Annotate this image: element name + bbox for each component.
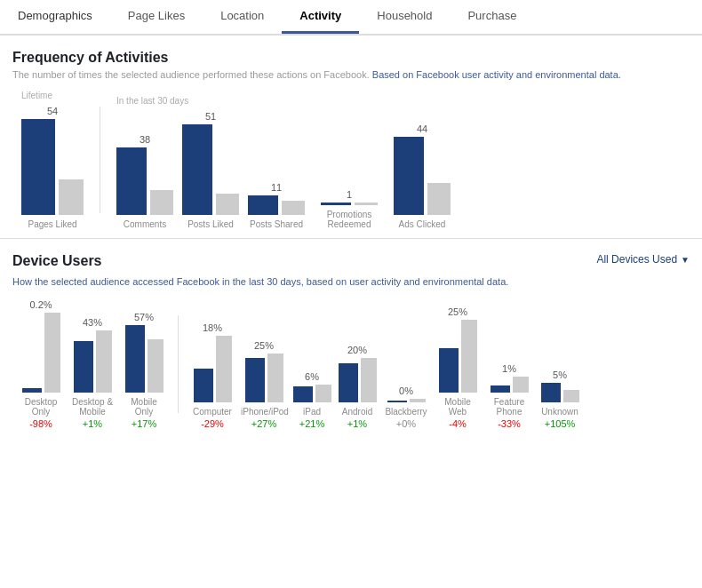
lifetime-label: Lifetime xyxy=(21,91,52,100)
device-desktop-mobile: 43% Desktop & Mobile +1% xyxy=(69,317,116,429)
freq-bar-comments: 38 Comments xyxy=(116,134,173,229)
device-filter-dropdown[interactable]: All Devices Used ▼ xyxy=(596,253,690,266)
tab-bar: Demographics Page Likes Location Activit… xyxy=(0,0,702,36)
freq-bar-ads-clicked: 44 Ads Clicked xyxy=(394,123,451,229)
chevron-down-icon: ▼ xyxy=(681,255,690,265)
frequency-title: Frequency of Activities xyxy=(12,50,690,66)
frequency-desc: The number of times the selected audienc… xyxy=(12,69,690,80)
tab-location[interactable]: Location xyxy=(203,0,282,34)
device-feature-phone: 1% Feature Phone -33% xyxy=(486,363,532,429)
freq-bar-pages-liked: 54 Pages Liked xyxy=(21,106,84,229)
device-ipad: 6% iPad +21% xyxy=(292,371,331,429)
device-unknown: 5% Unknown +105% xyxy=(538,369,582,429)
device-title: Device Users xyxy=(12,253,102,269)
device-computer: 18% Computer -29% xyxy=(189,322,235,429)
device-android: 20% Android +1% xyxy=(337,345,378,429)
frequency-section: Frequency of Activities The number of ti… xyxy=(0,36,702,239)
device-mobile-only: 57% Mobile Only +17% xyxy=(121,312,167,429)
freq-bar-posts-shared: 11 Posts Shared xyxy=(248,182,305,229)
tab-activity[interactable]: Activity xyxy=(282,0,359,34)
tab-page-likes[interactable]: Page Likes xyxy=(110,0,203,34)
tab-household[interactable]: Household xyxy=(359,0,450,34)
tab-purchase[interactable]: Purchase xyxy=(450,0,534,34)
device-header: Device Users All Devices Used ▼ xyxy=(12,253,690,273)
monthly-label: In the last 30 days xyxy=(116,96,188,106)
freq-bar-posts-liked: 51 Posts Liked xyxy=(182,111,239,229)
device-blackberry: 0% Blackberry +0% xyxy=(383,385,429,429)
device-desc: How the selected audience accessed Faceb… xyxy=(12,276,690,287)
device-desktop-only: 0.2% Desktop Only -98% xyxy=(18,299,64,429)
frequency-desc-link[interactable]: Based on Facebook user activity and envi… xyxy=(372,69,621,80)
freq-bar-promotions: 1 Promotions Redeemed xyxy=(314,189,385,229)
device-section: Device Users All Devices Used ▼ How the … xyxy=(0,239,702,438)
device-iphone: 25% iPhone/iPod +27% xyxy=(241,340,287,429)
device-mobile-web: 25% Mobile Web -4% xyxy=(435,306,481,429)
tab-demographics[interactable]: Demographics xyxy=(0,0,110,34)
device-divider xyxy=(178,315,179,413)
